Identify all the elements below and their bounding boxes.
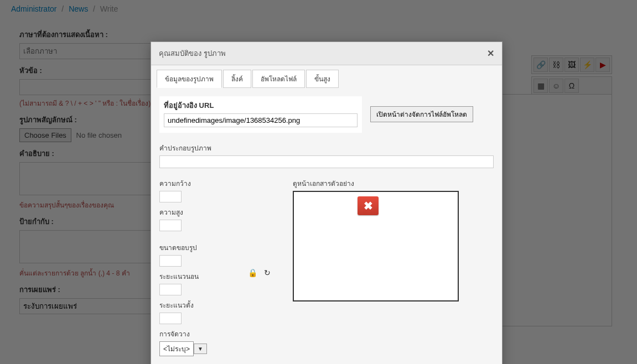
width-label: ความกว้าง bbox=[159, 178, 237, 189]
tab-upload[interactable]: อัพโหลดไฟล์ bbox=[252, 70, 305, 88]
chevron-down-icon[interactable]: ▼ bbox=[194, 344, 207, 354]
tab-advanced[interactable]: ขั้นสูง bbox=[306, 70, 339, 88]
alt-label: คำประกอบรูปภาพ bbox=[159, 143, 494, 153]
tab-image-info[interactable]: ข้อมูลของรูปภาพ bbox=[157, 70, 222, 88]
width-input[interactable] bbox=[159, 191, 182, 202]
hspace-input[interactable] bbox=[159, 284, 182, 295]
border-label: ขนาดขอบรูป bbox=[159, 242, 237, 253]
hspace-label: ระยะแนวนอน bbox=[159, 271, 237, 282]
url-label: ที่อยู่อ้างอิง URL bbox=[164, 100, 358, 111]
preview-label: ดูหน้าเอกสารตัวอย่าง bbox=[293, 178, 494, 189]
preview-box: ✖ bbox=[293, 191, 459, 301]
vspace-label: ระยะแนวตั้ง bbox=[159, 300, 237, 310]
alt-input[interactable] bbox=[159, 155, 494, 168]
dialog-title: คุณสมบัติของ รูปภาพ bbox=[159, 48, 226, 59]
browse-server-button[interactable]: เปิดหน้าต่างจัดการไฟล์อัพโหลด bbox=[370, 106, 473, 122]
align-select[interactable]: <ไม่ระบุ> bbox=[159, 341, 194, 356]
reset-icon[interactable]: ↻ bbox=[264, 268, 271, 277]
height-label: ความสูง bbox=[159, 207, 237, 217]
url-input[interactable] bbox=[164, 113, 358, 127]
close-icon[interactable]: ✕ bbox=[487, 48, 494, 59]
broken-image-icon: ✖ bbox=[358, 196, 379, 215]
vspace-input[interactable] bbox=[159, 313, 182, 324]
image-properties-dialog: คุณสมบัติของ รูปภาพ ✕ ข้อมูลของรูปภาพ ลิ… bbox=[151, 41, 503, 364]
align-label: การจัดวาง bbox=[159, 329, 237, 339]
lock-icon[interactable]: 🔒 bbox=[248, 268, 257, 277]
tab-link[interactable]: ลิ้งค์ bbox=[223, 70, 251, 88]
height-input[interactable] bbox=[159, 220, 182, 231]
border-input[interactable] bbox=[159, 255, 182, 267]
